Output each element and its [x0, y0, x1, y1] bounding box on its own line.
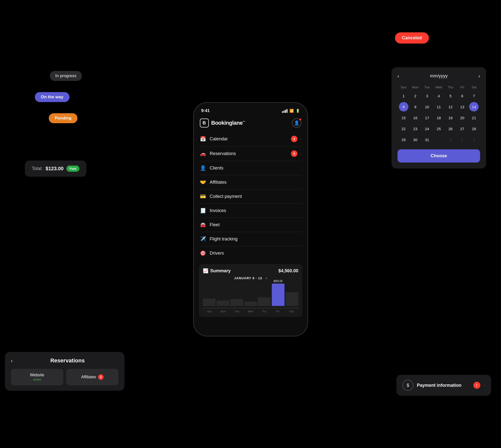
reservations-badge: 5 — [291, 150, 297, 157]
chart-label-row: SunMonTueWedThuFriSat — [203, 308, 298, 313]
cal-day-cell[interactable]: 18 — [433, 112, 444, 123]
cal-day-cell[interactable]: 9 — [410, 102, 421, 112]
app-name: Bookinglane™ — [211, 120, 245, 126]
cal-day-cell[interactable]: 1 — [398, 91, 409, 101]
profile-button[interactable]: 👤 — [292, 118, 301, 128]
cal-day-cell[interactable]: 4 — [433, 91, 444, 101]
clients-icon: 👤 — [200, 165, 206, 171]
menu-item-fleet[interactable]: 🚘 Fleet — [199, 218, 302, 232]
cal-day-cell[interactable]: 31 — [421, 134, 433, 145]
cal-day-cell[interactable]: 17 — [421, 112, 433, 123]
calendar-choose-button[interactable]: Choose — [397, 149, 480, 163]
cal-day-cell[interactable]: 13 — [457, 102, 468, 112]
logo-icon: B — [200, 118, 209, 127]
chart-bar-sun — [203, 298, 216, 306]
res-tab-badge-affiliates: 3 — [98, 374, 104, 380]
res-tab-label-website: Website — [30, 373, 44, 377]
menu-item-calendar[interactable]: 📅 Calendar 3 › — [199, 132, 302, 146]
cal-day-cell[interactable]: 21 — [468, 112, 480, 123]
profile-icon: 👤 — [294, 120, 299, 126]
cal-day-cell[interactable]: 11 — [433, 102, 444, 112]
res-tab-sub-website: active — [33, 378, 41, 381]
reservations-card: ‹ Reservations WebsiteactiveAffiliates3 — [5, 352, 124, 391]
reservations-chevron: › — [300, 151, 301, 156]
cal-day-cell[interactable]: 25 — [433, 123, 444, 134]
menu-item-reservations[interactable]: 🚗 Reservations 5 › — [199, 146, 302, 161]
cal-day-cell[interactable]: 23 — [410, 123, 421, 134]
reservations-header: ‹ Reservations — [11, 357, 118, 364]
cal-day-cell: 2 — [457, 134, 468, 145]
cal-day-cell[interactable]: 8 — [398, 102, 409, 112]
profile-notification-dot — [299, 118, 302, 121]
cal-day-cell[interactable]: 12 — [445, 102, 456, 112]
cal-day-cell[interactable]: 19 — [445, 112, 456, 123]
chart-bar-value-fri: $650.00 — [274, 280, 282, 282]
chart-day-label-thu: Thu — [257, 310, 271, 313]
chart-col-fri: $650.00 — [272, 280, 284, 306]
chart-period: JANUARY 6 - 12 — [234, 276, 262, 280]
chart-col-sat — [285, 292, 298, 306]
menu-label-calendar: Calendar — [210, 136, 228, 142]
cal-day-header-mon: Mon — [410, 84, 421, 90]
cal-day-cell[interactable]: 10 — [421, 102, 433, 112]
menu-item-affiliates[interactable]: 🤝 Affiliates — [199, 175, 302, 189]
cal-day-cell[interactable]: 15 — [398, 112, 409, 123]
cal-day-cell[interactable]: 28 — [468, 123, 480, 134]
cal-day-cell[interactable]: 6 — [457, 91, 468, 101]
reservations-title: Reservations — [17, 357, 118, 364]
cal-day-header-thu: Thu — [445, 84, 456, 90]
summary-title: 📈 Summary — [203, 268, 231, 274]
total-label: Total: — [32, 166, 43, 171]
cal-day-cell[interactable]: 3 — [421, 91, 433, 101]
chart-day-label-mon: Mon — [216, 310, 230, 313]
chart-col-sun — [203, 298, 216, 306]
menu-label-drivers: Drivers — [210, 251, 224, 256]
chart-next-arrow[interactable]: › — [266, 276, 267, 280]
menu-item-clients[interactable]: 👤 Clients — [199, 161, 302, 175]
wifi-icon: 📶 — [289, 109, 294, 113]
reservations-icon: 🚗 — [200, 151, 206, 157]
cal-day-cell[interactable]: 27 — [457, 123, 468, 134]
calendar-icon: 📅 — [200, 136, 206, 142]
chart-day-label-wed: Wed — [244, 310, 257, 313]
chart-bar-sat — [285, 292, 298, 306]
reservations-back-button[interactable]: ‹ — [11, 358, 13, 364]
status-icons: 📶 🔋 — [282, 109, 300, 113]
menu-item-flight-tracking[interactable]: ✈️ Flight tracking — [199, 232, 302, 246]
menu-item-invoices[interactable]: 🧾 Invoices — [199, 204, 302, 218]
flight-tracking-icon: ✈️ — [200, 236, 206, 242]
menu-label-reservations: Reservations — [210, 151, 236, 156]
menu-item-drivers[interactable]: 🎯 Drivers — [199, 246, 302, 260]
chart-area: $650.00 — [203, 283, 298, 308]
chart-day-label-fri: Fri — [271, 310, 285, 313]
cal-day-cell[interactable]: 5 — [445, 91, 456, 101]
calendar-next-button[interactable]: › — [478, 73, 480, 79]
res-tab-label-affiliates: Affiliates — [81, 375, 96, 379]
cal-day-cell[interactable]: 26 — [445, 123, 456, 134]
cal-day-cell[interactable]: 14 — [468, 102, 480, 112]
res-tab-affiliates[interactable]: Affiliates3 — [66, 369, 118, 385]
menu-item-collect-payment[interactable]: 💳 Collect payment — [199, 189, 302, 204]
cal-day-cell[interactable]: 7 — [468, 91, 480, 101]
cal-day-cell[interactable]: 16 — [410, 112, 421, 123]
cal-day-cell[interactable]: 2 — [410, 91, 421, 101]
canceled-badge: Canceled — [395, 32, 429, 44]
total-card: Total: $123.00 Paid — [25, 161, 86, 177]
cal-day-cell[interactable]: 20 — [457, 112, 468, 123]
cal-day-cell[interactable]: 22 — [398, 123, 409, 134]
cal-day-cell[interactable]: 24 — [421, 123, 433, 134]
cal-day-cell[interactable]: 29 — [398, 134, 409, 145]
menu-label-fleet: Fleet — [210, 222, 220, 227]
affiliates-icon: 🤝 — [200, 179, 206, 185]
chart-nav: JANUARY 6 - 12 › — [203, 276, 298, 280]
calendar-prev-button[interactable]: ‹ — [397, 73, 399, 79]
chart-bar-thu — [258, 297, 271, 306]
cal-day-cell[interactable]: 30 — [410, 134, 421, 145]
res-tab-website[interactable]: Websiteactive — [11, 369, 63, 385]
summary-section: 📈 Summary $4,560.00 JANUARY 6 - 12 › $65… — [199, 264, 302, 317]
menu-list: 📅 Calendar 3 › 🚗 Reservations 5 › — [194, 132, 307, 260]
calendar-badge: 3 — [291, 136, 297, 142]
payment-card[interactable]: $ Payment information ! › — [396, 375, 491, 396]
paid-badge: Paid — [66, 166, 79, 172]
chart-col-mon — [217, 300, 229, 306]
